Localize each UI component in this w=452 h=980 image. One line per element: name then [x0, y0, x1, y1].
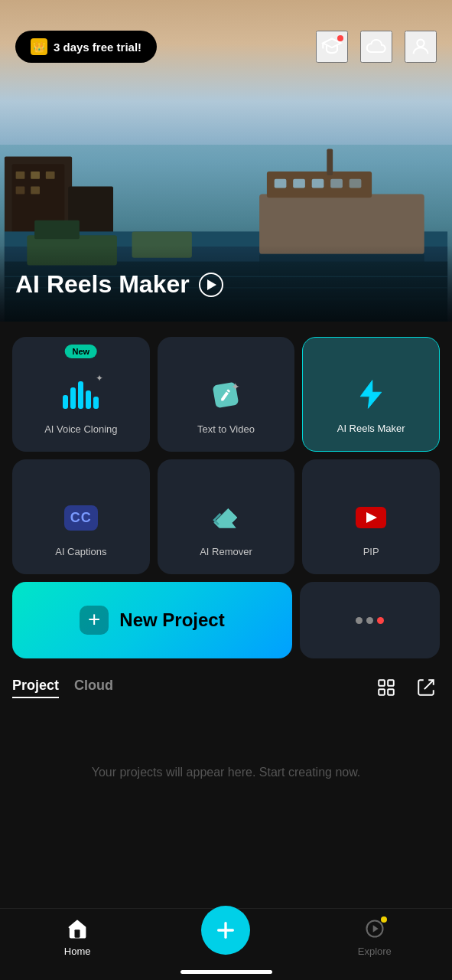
explore-notification-dot	[381, 916, 387, 923]
dot-1	[356, 617, 363, 624]
new-project-button[interactable]: + New Project	[12, 582, 292, 658]
project-tabs-bar: Project Cloud	[12, 674, 440, 701]
profile-icon	[410, 36, 431, 57]
svg-rect-2	[16, 172, 25, 179]
create-center-button[interactable]	[201, 906, 250, 955]
voice-cloning-icon: ✦	[62, 376, 100, 414]
pip-label: PIP	[363, 546, 379, 559]
ai-captions-label: AI Captions	[55, 546, 106, 559]
ai-voice-cloning-label: AI Voice Cloning	[44, 423, 117, 436]
dot-3	[377, 617, 384, 624]
feature-card-ai-remover[interactable]: AI Remover	[158, 459, 295, 574]
dot-2	[366, 617, 373, 624]
tab-project[interactable]: Project	[12, 678, 59, 698]
top-icons	[316, 31, 437, 63]
more-card[interactable]	[300, 582, 440, 658]
new-badge: New	[65, 345, 98, 358]
export-icon	[416, 678, 436, 697]
svg-rect-17	[330, 179, 343, 188]
reels-maker-icon	[352, 375, 390, 413]
ai-reels-maker-label: AI Reels Maker	[337, 423, 405, 436]
feature-card-text-to-video[interactable]: ✦ Text to Video	[158, 337, 295, 452]
empty-state: Your projects will appear here. Start cr…	[12, 717, 440, 828]
courses-button[interactable]	[316, 31, 348, 63]
home-icon	[67, 918, 88, 939]
svg-rect-6	[31, 187, 40, 194]
feature-card-ai-reels-maker[interactable]: AI Reels Maker	[302, 337, 440, 452]
cloud-button[interactable]	[360, 31, 392, 63]
grid-view-button[interactable]	[372, 674, 400, 701]
feature-card-ai-voice-cloning[interactable]: New ✦ AI Voice Cloning	[12, 337, 150, 452]
svg-rect-16	[312, 179, 324, 188]
voice-bar-3	[78, 381, 83, 409]
voice-bar-2	[70, 387, 76, 409]
new-project-label: New Project	[119, 609, 224, 631]
home-icon-wrap	[67, 918, 88, 942]
profile-button[interactable]	[405, 31, 437, 63]
tabs-left: Project Cloud	[12, 678, 113, 698]
svg-rect-30	[388, 689, 394, 695]
svg-rect-27	[379, 680, 385, 686]
top-bar: 👑 3 days free trial!	[0, 0, 452, 70]
svg-rect-13	[327, 149, 333, 175]
lightning-svg	[354, 377, 388, 411]
ai-captions-icon: CC	[62, 498, 100, 537]
svg-point-26	[417, 40, 424, 47]
nav-explore[interactable]: Explore	[344, 918, 405, 957]
create-plus-icon	[213, 918, 238, 942]
tabs-right	[372, 674, 440, 701]
svg-marker-35	[372, 925, 378, 932]
play-circle-icon	[199, 273, 223, 297]
svg-rect-15	[293, 179, 305, 188]
voice-bar-4	[86, 390, 91, 409]
ai-remover-icon	[206, 498, 245, 537]
trial-badge[interactable]: 👑 3 days free trial!	[15, 31, 157, 63]
action-row: + New Project	[12, 582, 440, 658]
svg-rect-18	[350, 179, 362, 188]
nav-home[interactable]: Home	[47, 918, 108, 957]
trial-label: 3 days free trial!	[54, 41, 141, 54]
voice-bar-1	[63, 395, 68, 409]
eraser-svg	[210, 502, 241, 533]
more-dots-icon	[356, 617, 384, 624]
bottom-indicator-bar	[180, 970, 272, 974]
feature-card-ai-captions[interactable]: CC AI Captions	[12, 459, 150, 574]
grid-icon	[376, 678, 396, 697]
ttv-sparkle: ✦	[231, 381, 240, 393]
svg-rect-4	[46, 172, 55, 179]
svg-rect-5	[16, 187, 25, 194]
hero-title-area[interactable]: AI Reels Maker	[15, 270, 223, 299]
text-to-video-label: Text to Video	[197, 423, 255, 436]
cloud-icon	[366, 36, 387, 57]
svg-rect-14	[275, 179, 287, 188]
ai-remover-label: AI Remover	[200, 546, 252, 559]
bottom-navigation: Home Explore	[0, 908, 452, 980]
hero-section: 👑 3 days free trial!	[0, 0, 452, 322]
home-label: Home	[64, 946, 91, 957]
ttv-pencil-icon: ✦	[214, 384, 237, 407]
voice-bar-5	[93, 397, 99, 409]
sparkle-icon: ✦	[96, 373, 103, 384]
feature-grid-row1: New ✦ AI Voice Cloning	[12, 337, 440, 452]
pip-youtube-icon	[356, 507, 386, 528]
new-project-plus-icon: +	[80, 606, 109, 635]
feature-card-pip[interactable]: PIP	[302, 459, 440, 574]
text-to-video-icon-wrap: ✦	[206, 376, 245, 414]
explore-icon-wrap	[364, 918, 385, 942]
notification-dot	[337, 35, 343, 41]
play-arrow-icon	[207, 279, 216, 290]
empty-state-text: Your projects will appear here. Start cr…	[28, 763, 424, 782]
tab-cloud[interactable]: Cloud	[74, 678, 113, 698]
pip-icon	[352, 498, 390, 537]
feature-grid-row2: CC AI Captions AI Remover PIP	[12, 459, 440, 574]
hero-title-text: AI Reels Maker	[15, 270, 190, 299]
svg-rect-29	[379, 689, 385, 695]
pip-play-icon	[366, 512, 377, 523]
crown-icon: 👑	[31, 38, 47, 55]
export-button[interactable]	[412, 674, 440, 701]
captions-cc-badge: CC	[64, 505, 98, 531]
svg-rect-31	[75, 929, 80, 938]
plus-symbol: +	[88, 609, 100, 630]
svg-rect-28	[388, 680, 394, 686]
svg-rect-3	[31, 172, 40, 179]
